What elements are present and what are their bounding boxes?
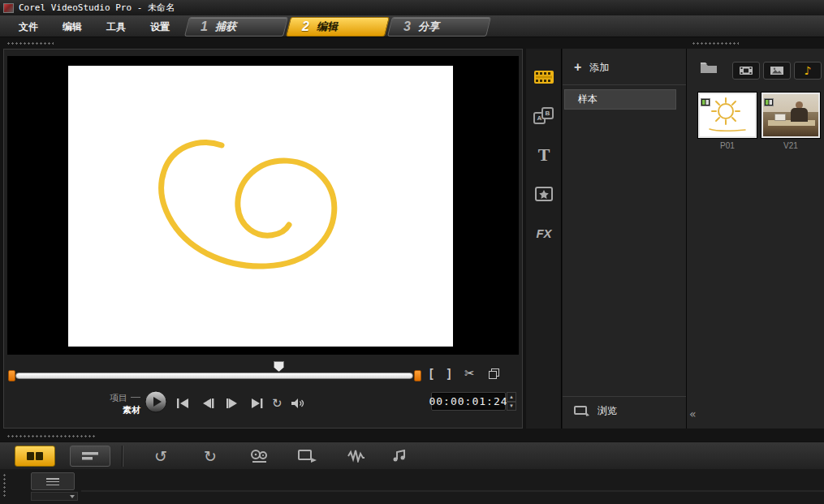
auto-music-icon (390, 450, 410, 463)
bottom-toolbar: ↺ ↻ (0, 442, 824, 469)
tab-edit-inner: 2 编辑 (289, 18, 386, 36)
next-frame-button[interactable] (223, 398, 241, 409)
browse-button[interactable]: 浏览 (574, 404, 617, 418)
title-bar: Corel VideoStudio Pro - 未命名 (0, 0, 824, 15)
music-note-icon: ♪ (805, 64, 812, 77)
storyboard-icon (26, 450, 44, 462)
menu-file[interactable]: 文件 (6, 15, 50, 34)
filter-category-button[interactable]: FX (526, 218, 562, 248)
menu-edit[interactable]: 编辑 (50, 15, 94, 34)
tab-capture-inner: 1 捕获 (188, 18, 285, 36)
add-folder-button[interactable]: + 添加 (574, 60, 609, 75)
mode-project[interactable]: 项目 (110, 393, 127, 403)
trim-handle-start[interactable] (8, 370, 15, 381)
media-category-button[interactable] (526, 62, 562, 93)
tab-share[interactable]: 3 分享 (387, 17, 491, 37)
trim-handle-end[interactable] (414, 370, 421, 381)
fx-icon: FX (536, 226, 551, 240)
graphic-category-button[interactable] (526, 179, 562, 209)
go-start-button[interactable] (175, 398, 192, 409)
library-separator-top (563, 84, 686, 85)
filter-image-button[interactable] (763, 62, 791, 80)
enlarge-preview-button[interactable] (489, 368, 498, 378)
library-separator-bottom (563, 396, 686, 397)
next-frame-icon (224, 398, 240, 409)
mark-in-button[interactable]: [ (429, 367, 434, 380)
photo-person-body (791, 108, 808, 122)
prev-frame-button[interactable] (199, 398, 217, 409)
add-label: 添加 (589, 61, 609, 75)
volume-button[interactable] (289, 398, 307, 409)
tab-capture[interactable]: 1 捕获 (184, 17, 288, 37)
storyboard-view-button[interactable] (15, 446, 55, 467)
tab-capture-number: 1 (201, 19, 208, 34)
collapse-panel-button[interactable]: « (689, 407, 697, 420)
repeat-button[interactable]: ↻ (272, 396, 283, 411)
mark-out-button[interactable]: ] (447, 367, 451, 380)
filter-video-button[interactable] (732, 62, 760, 80)
title-t-icon: T (538, 144, 550, 166)
timeline-icon (81, 450, 99, 462)
media-type-badge (764, 95, 774, 110)
auto-music-button[interactable] (387, 446, 413, 466)
transition-b-box: B (541, 107, 554, 119)
badge-icon (701, 98, 710, 106)
toolbar-divider (122, 446, 123, 467)
trim-tools: [ ] ✂ (429, 366, 498, 381)
go-end-icon (248, 398, 265, 409)
tab-capture-label: 捕获 (215, 19, 236, 34)
step-tabs: 1 捕获 2 编辑 3 分享 (187, 17, 489, 37)
menu-bar: 文件 编辑 工具 设置 1 捕获 2 编辑 3 分享 (0, 15, 824, 37)
track-manager-button[interactable] (31, 472, 75, 490)
preview-grip-dots (6, 42, 54, 45)
scrub-track[interactable] (15, 373, 413, 379)
playback-mode: 项目 素材 (110, 391, 140, 416)
undo-button[interactable]: ↺ (148, 446, 174, 466)
track-options-dropdown[interactable] (31, 492, 78, 501)
timecode-down-button[interactable]: ▼ (507, 402, 516, 411)
split-clip-button[interactable]: ✂ (464, 366, 475, 381)
app-icon (3, 3, 14, 13)
app-window: Corel VideoStudio Pro - 未命名 文件 编辑 工具 设置 … (0, 0, 824, 504)
tab-edit[interactable]: 2 编辑 (286, 17, 390, 37)
filter-audio-button[interactable]: ♪ (794, 62, 822, 80)
tab-share-inner: 3 分享 (390, 18, 488, 36)
timecode-up-button[interactable]: ▲ (507, 392, 516, 402)
timeline-grip-dots (3, 473, 6, 498)
graphic-icon (534, 185, 554, 203)
play-button[interactable] (145, 390, 167, 413)
menu-tools[interactable]: 工具 (94, 15, 138, 34)
go-start-icon (175, 398, 192, 409)
batch-convert-button[interactable] (295, 446, 321, 466)
film-reel-icon (249, 449, 269, 463)
timecode-display[interactable]: 00:00:01:24 (431, 392, 506, 411)
redo-icon: ↻ (204, 447, 217, 465)
timeline-view-button[interactable] (70, 446, 110, 467)
go-end-button[interactable] (248, 398, 265, 409)
tab-edit-label: 编辑 (317, 19, 338, 34)
mode-clip[interactable]: 素材 (123, 405, 140, 415)
browse-icon (574, 406, 590, 417)
folder-button[interactable] (700, 60, 718, 77)
redo-button[interactable]: ↻ (197, 446, 223, 466)
transport-controls: ↻ (175, 396, 307, 411)
library-item-sample[interactable]: 样本 (564, 89, 676, 110)
thumbnail-p01[interactable] (698, 93, 757, 138)
track-list-icon (46, 478, 59, 485)
sound-mixer-button[interactable] (343, 446, 369, 466)
playhead-thumb[interactable] (274, 361, 284, 372)
record-capture-button[interactable] (246, 446, 272, 466)
thumbnail-v21[interactable] (761, 93, 820, 138)
title-category-button[interactable]: T (526, 140, 562, 170)
menu-settings[interactable]: 设置 (138, 15, 182, 34)
prev-frame-icon (200, 398, 216, 409)
media-film-icon (533, 69, 554, 85)
transition-category-button[interactable]: A B (526, 101, 562, 131)
window-title: Corel VideoStudio Pro - 未命名 (19, 2, 175, 14)
media-type-badge (701, 95, 710, 110)
timeline-track-area (0, 469, 824, 504)
undo-icon: ↺ (154, 447, 167, 465)
play-icon (145, 390, 167, 413)
picture-icon (770, 66, 784, 75)
chevron-down-icon (70, 495, 75, 498)
